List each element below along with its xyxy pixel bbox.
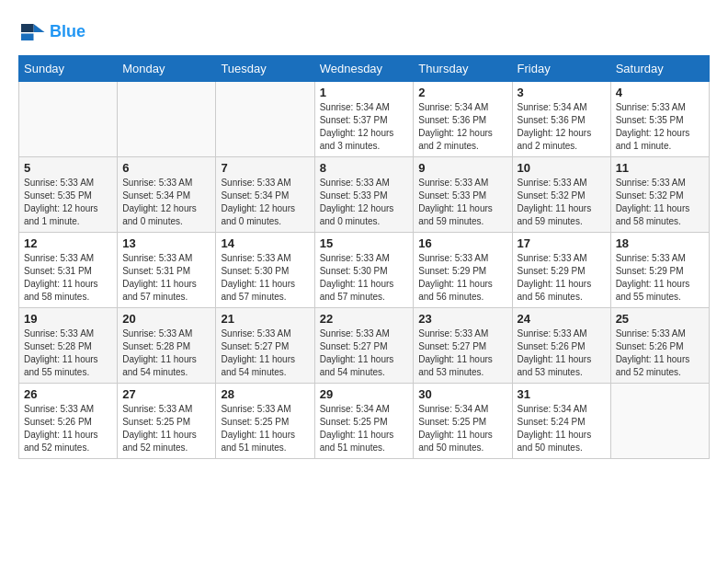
logo-blue: Blue xyxy=(50,22,85,40)
day-number: 17 xyxy=(518,236,606,250)
day-info: Sunrise: 5:33 AM Sunset: 5:32 PM Dayligh… xyxy=(518,177,606,228)
day-cell: 16Sunrise: 5:33 AM Sunset: 5:29 PM Dayli… xyxy=(414,233,512,308)
day-number: 31 xyxy=(518,387,606,401)
day-cell: 21Sunrise: 5:33 AM Sunset: 5:27 PM Dayli… xyxy=(216,308,314,384)
day-number: 23 xyxy=(418,312,506,326)
day-cell: 17Sunrise: 5:33 AM Sunset: 5:29 PM Dayli… xyxy=(512,233,610,308)
day-cell: 31Sunrise: 5:34 AM Sunset: 5:24 PM Dayli… xyxy=(512,384,610,459)
weekday-header-row: SundayMondayTuesdayWednesdayThursdayFrid… xyxy=(19,56,710,82)
weekday-header-thursday: Thursday xyxy=(414,56,512,82)
day-info: Sunrise: 5:33 AM Sunset: 5:29 PM Dayligh… xyxy=(518,252,606,304)
day-info: Sunrise: 5:33 AM Sunset: 5:26 PM Dayligh… xyxy=(24,403,112,454)
day-info: Sunrise: 5:33 AM Sunset: 5:31 PM Dayligh… xyxy=(24,252,112,304)
day-number: 16 xyxy=(418,236,506,250)
day-cell: 23Sunrise: 5:33 AM Sunset: 5:27 PM Dayli… xyxy=(414,308,512,384)
day-number: 12 xyxy=(24,236,112,250)
day-number: 26 xyxy=(24,387,112,401)
day-cell: 29Sunrise: 5:34 AM Sunset: 5:25 PM Dayli… xyxy=(314,384,414,459)
day-number: 1 xyxy=(320,86,409,99)
page-header: Blue xyxy=(18,18,710,46)
day-info: Sunrise: 5:33 AM Sunset: 5:26 PM Dayligh… xyxy=(616,327,704,379)
day-info: Sunrise: 5:33 AM Sunset: 5:35 PM Dayligh… xyxy=(616,101,704,153)
day-info: Sunrise: 5:34 AM Sunset: 5:25 PM Dayligh… xyxy=(320,403,409,454)
logo: Blue xyxy=(18,18,85,46)
day-number: 22 xyxy=(320,312,409,326)
day-cell: 13Sunrise: 5:33 AM Sunset: 5:31 PM Dayli… xyxy=(118,233,216,308)
svg-rect-2 xyxy=(21,24,34,32)
day-number: 27 xyxy=(122,387,210,401)
day-info: Sunrise: 5:33 AM Sunset: 5:29 PM Dayligh… xyxy=(418,252,506,304)
day-cell: 27Sunrise: 5:33 AM Sunset: 5:25 PM Dayli… xyxy=(118,384,216,459)
day-info: Sunrise: 5:33 AM Sunset: 5:30 PM Dayligh… xyxy=(221,252,309,304)
day-cell: 15Sunrise: 5:33 AM Sunset: 5:30 PM Dayli… xyxy=(314,233,414,308)
weekday-header-wednesday: Wednesday xyxy=(314,56,414,82)
logo-icon xyxy=(18,18,46,46)
day-info: Sunrise: 5:33 AM Sunset: 5:33 PM Dayligh… xyxy=(320,177,409,228)
weekday-header-tuesday: Tuesday xyxy=(216,56,314,82)
day-number: 3 xyxy=(518,86,606,99)
day-cell: 9Sunrise: 5:33 AM Sunset: 5:33 PM Daylig… xyxy=(414,157,512,233)
day-cell: 1Sunrise: 5:34 AM Sunset: 5:37 PM Daylig… xyxy=(314,82,414,157)
day-info: Sunrise: 5:33 AM Sunset: 5:27 PM Dayligh… xyxy=(221,327,309,379)
day-cell: 6Sunrise: 5:33 AM Sunset: 5:34 PM Daylig… xyxy=(118,157,216,233)
weekday-header-monday: Monday xyxy=(118,56,216,82)
day-info: Sunrise: 5:34 AM Sunset: 5:36 PM Dayligh… xyxy=(418,101,506,153)
day-cell xyxy=(610,384,709,459)
day-cell: 8Sunrise: 5:33 AM Sunset: 5:33 PM Daylig… xyxy=(314,157,414,233)
day-cell: 10Sunrise: 5:33 AM Sunset: 5:32 PM Dayli… xyxy=(512,157,610,233)
day-info: Sunrise: 5:33 AM Sunset: 5:34 PM Dayligh… xyxy=(221,177,309,228)
day-cell: 26Sunrise: 5:33 AM Sunset: 5:26 PM Dayli… xyxy=(19,384,118,459)
day-cell: 4Sunrise: 5:33 AM Sunset: 5:35 PM Daylig… xyxy=(610,82,709,157)
day-info: Sunrise: 5:33 AM Sunset: 5:31 PM Dayligh… xyxy=(122,252,210,304)
day-cell: 20Sunrise: 5:33 AM Sunset: 5:28 PM Dayli… xyxy=(118,308,216,384)
day-cell xyxy=(216,82,314,157)
day-info: Sunrise: 5:34 AM Sunset: 5:36 PM Dayligh… xyxy=(518,101,606,153)
day-info: Sunrise: 5:33 AM Sunset: 5:32 PM Dayligh… xyxy=(616,177,704,228)
day-cell xyxy=(19,82,118,157)
day-cell: 14Sunrise: 5:33 AM Sunset: 5:30 PM Dayli… xyxy=(216,233,314,308)
weekday-header-saturday: Saturday xyxy=(610,56,709,82)
day-info: Sunrise: 5:34 AM Sunset: 5:25 PM Dayligh… xyxy=(418,403,506,454)
weekday-header-friday: Friday xyxy=(512,56,610,82)
day-cell xyxy=(118,82,216,157)
day-info: Sunrise: 5:33 AM Sunset: 5:25 PM Dayligh… xyxy=(221,403,309,454)
day-number: 25 xyxy=(616,312,704,326)
day-number: 2 xyxy=(418,86,506,99)
week-row-5: 26Sunrise: 5:33 AM Sunset: 5:26 PM Dayli… xyxy=(19,384,710,459)
day-info: Sunrise: 5:34 AM Sunset: 5:24 PM Dayligh… xyxy=(518,403,606,454)
day-cell: 25Sunrise: 5:33 AM Sunset: 5:26 PM Dayli… xyxy=(610,308,709,384)
day-cell: 28Sunrise: 5:33 AM Sunset: 5:25 PM Dayli… xyxy=(216,384,314,459)
weekday-header-sunday: Sunday xyxy=(19,56,118,82)
day-info: Sunrise: 5:34 AM Sunset: 5:37 PM Dayligh… xyxy=(320,101,409,153)
day-cell: 22Sunrise: 5:33 AM Sunset: 5:27 PM Dayli… xyxy=(314,308,414,384)
day-number: 11 xyxy=(616,161,704,175)
day-number: 15 xyxy=(320,236,409,250)
day-info: Sunrise: 5:33 AM Sunset: 5:26 PM Dayligh… xyxy=(518,327,606,379)
calendar-table: SundayMondayTuesdayWednesdayThursdayFrid… xyxy=(18,55,710,459)
day-number: 4 xyxy=(616,86,704,99)
day-number: 8 xyxy=(320,161,409,175)
day-info: Sunrise: 5:33 AM Sunset: 5:29 PM Dayligh… xyxy=(616,252,704,304)
day-number: 29 xyxy=(320,387,409,401)
day-number: 21 xyxy=(221,312,309,326)
day-info: Sunrise: 5:33 AM Sunset: 5:28 PM Dayligh… xyxy=(122,327,210,379)
day-info: Sunrise: 5:33 AM Sunset: 5:35 PM Dayligh… xyxy=(24,177,112,228)
day-info: Sunrise: 5:33 AM Sunset: 5:27 PM Dayligh… xyxy=(418,327,506,379)
day-number: 18 xyxy=(616,236,704,250)
day-info: Sunrise: 5:33 AM Sunset: 5:25 PM Dayligh… xyxy=(122,403,210,454)
day-number: 13 xyxy=(122,236,210,250)
day-info: Sunrise: 5:33 AM Sunset: 5:33 PM Dayligh… xyxy=(418,177,506,228)
week-row-4: 19Sunrise: 5:33 AM Sunset: 5:28 PM Dayli… xyxy=(19,308,710,384)
day-cell: 12Sunrise: 5:33 AM Sunset: 5:31 PM Dayli… xyxy=(19,233,118,308)
day-number: 10 xyxy=(518,161,606,175)
day-number: 9 xyxy=(418,161,506,175)
day-cell: 24Sunrise: 5:33 AM Sunset: 5:26 PM Dayli… xyxy=(512,308,610,384)
day-number: 14 xyxy=(221,236,309,250)
day-number: 30 xyxy=(418,387,506,401)
day-cell: 3Sunrise: 5:34 AM Sunset: 5:36 PM Daylig… xyxy=(512,82,610,157)
week-row-3: 12Sunrise: 5:33 AM Sunset: 5:31 PM Dayli… xyxy=(19,233,710,308)
day-number: 28 xyxy=(221,387,309,401)
day-number: 19 xyxy=(24,312,112,326)
day-info: Sunrise: 5:33 AM Sunset: 5:28 PM Dayligh… xyxy=(24,327,112,379)
day-info: Sunrise: 5:33 AM Sunset: 5:27 PM Dayligh… xyxy=(320,327,409,379)
